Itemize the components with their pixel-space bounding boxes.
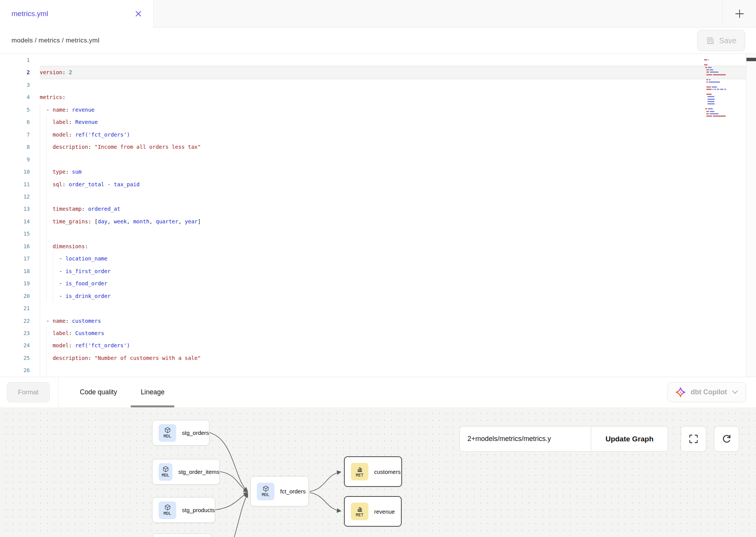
tab-code-quality[interactable]: Code quality — [80, 377, 117, 407]
scrollbar-thumb[interactable] — [746, 58, 756, 61]
code-line-14[interactable]: 14time_grains: [day, week, month, quarte… — [0, 215, 756, 228]
new-tab-button[interactable] — [722, 0, 756, 27]
node-type-label: MDL — [262, 492, 269, 497]
token-p: : — [62, 94, 65, 100]
line-content: - name: customers — [40, 315, 756, 327]
line-number: 18 — [0, 265, 40, 277]
indent-guide — [46, 203, 53, 215]
minimap-row — [704, 116, 726, 117]
lineage-node-customers[interactable]: METcustomers — [344, 456, 402, 487]
minimap-row — [704, 64, 726, 65]
line-number: 24 — [0, 339, 40, 351]
indent-guide — [40, 129, 46, 141]
code-line-20[interactable]: 20- is_drink_order — [0, 290, 756, 302]
line-content — [40, 54, 756, 66]
minimap-row — [704, 118, 726, 119]
code-line-25[interactable]: 25description: "Number of customers with… — [0, 352, 756, 364]
code-line-2[interactable]: 2version: 2 — [0, 66, 756, 78]
indent-guide — [40, 352, 46, 364]
token-k: version — [40, 69, 62, 75]
minimap-segment — [706, 79, 708, 80]
minimap-row — [704, 111, 726, 112]
format-button[interactable]: Format — [7, 382, 50, 402]
code-line-12[interactable]: 12 — [0, 190, 756, 203]
code-line-24[interactable]: 24model: ref('fct_orders') — [0, 339, 756, 351]
code-line-26[interactable]: 26 — [0, 364, 756, 376]
node-label: stg_products — [182, 507, 215, 513]
token-p: : — [85, 243, 88, 249]
token-v: ref('fct_orders') — [75, 132, 130, 138]
token-p: : — [65, 107, 72, 113]
code-line-18[interactable]: 18- is_first_order — [0, 265, 756, 277]
indent-guide — [40, 228, 46, 240]
token-k: timestamp — [53, 206, 82, 212]
code-line-21[interactable]: 21 — [0, 302, 756, 314]
update-graph-button[interactable]: Update Graph — [591, 426, 668, 451]
code-line-13[interactable]: 13timestamp: ordered_at — [0, 203, 756, 215]
code-editor[interactable]: 12version: 234metrics:5- name: revenue6l… — [0, 54, 756, 377]
indent-guide — [53, 265, 59, 277]
minimap-segment — [708, 67, 711, 68]
indent-guide — [40, 252, 46, 265]
lineage-node-partial[interactable] — [152, 534, 212, 537]
lineage-canvas[interactable]: MDLstg_ordersMDLstg_order_itemsMDLstg_pr… — [0, 407, 756, 537]
token-p: : — [65, 169, 72, 175]
code-line-3[interactable]: 3 — [0, 79, 756, 91]
code-line-5[interactable]: 5- name: revenue — [0, 104, 756, 116]
node-type-badge: MET — [351, 503, 368, 520]
lineage-node-stg_orders[interactable]: MDLstg_orders — [152, 420, 209, 446]
minimap-row — [704, 69, 726, 70]
dbt-copilot-label: dbt Copilot — [691, 388, 727, 396]
minimap-row — [704, 86, 726, 88]
token-k: type — [53, 169, 66, 175]
minimap-segment — [710, 113, 719, 114]
tab-metrics-yml[interactable]: metrics.yml — [0, 0, 154, 28]
code-line-15[interactable]: 15 — [0, 228, 756, 240]
code-line-19[interactable]: 19- is_food_order — [0, 277, 756, 290]
refresh-button[interactable] — [714, 426, 739, 452]
node-label: stg_order_items — [178, 469, 219, 475]
token-v: Customers — [75, 330, 104, 336]
line-number: 22 — [0, 315, 40, 327]
lineage-node-fct_orders[interactable]: MDLfct_orders — [250, 476, 309, 506]
minimap-segment — [724, 89, 726, 90]
tab-lineage[interactable]: Lineage — [141, 377, 164, 407]
node-type-label: MET — [356, 513, 363, 517]
code-line-8[interactable]: 8description: "Income from all orders le… — [0, 141, 756, 153]
lineage-node-stg_products[interactable]: MDLstg_products — [152, 497, 215, 523]
dbt-copilot-button[interactable]: dbt Copilot — [667, 382, 746, 402]
code-line-9[interactable]: 9 — [0, 153, 756, 166]
token-k: metrics — [40, 94, 62, 100]
code-line-10[interactable]: 10type: sum — [0, 166, 756, 178]
indent-guide — [40, 302, 46, 314]
token-k: model — [53, 342, 69, 348]
editor-minimap[interactable] — [704, 57, 726, 120]
minimap-segment — [706, 74, 712, 75]
panel-toolbar: Format Code quality Lineage dbt Copilot — [0, 377, 756, 407]
lineage-edge — [234, 494, 248, 537]
code-line-11[interactable]: 11sql: order_total - tax_paid — [0, 178, 756, 190]
indent-guide — [46, 178, 53, 190]
lineage-node-revenue[interactable]: METrevenue — [344, 496, 402, 527]
fullscreen-button[interactable] — [681, 426, 706, 452]
code-line-17[interactable]: 17- location_name — [0, 252, 756, 265]
breadcrumb[interactable]: models / metrics / metrics.yml — [11, 37, 99, 44]
code-line-6[interactable]: 6label: Revenue — [0, 116, 756, 128]
code-line-4[interactable]: 4metrics: — [0, 91, 756, 103]
minimap-segment — [707, 96, 714, 97]
code-line-23[interactable]: 23label: Customers — [0, 327, 756, 339]
close-icon[interactable] — [133, 9, 143, 19]
token-p: : — [69, 119, 75, 125]
graph-selector-input[interactable] — [460, 426, 591, 451]
lineage-node-stg_order_items[interactable]: MDLstg_order_items — [152, 459, 220, 485]
line-number: 26 — [0, 364, 40, 376]
minimap-segment — [707, 99, 715, 100]
editor-scrollbar[interactable] — [746, 54, 756, 377]
code-line-16[interactable]: 16dimensions: — [0, 240, 756, 252]
code-line-7[interactable]: 7model: ref('fct_orders') — [0, 129, 756, 141]
code-line-22[interactable]: 22- name: customers — [0, 315, 756, 327]
code-line-1[interactable]: 1 — [0, 54, 756, 66]
save-button[interactable]: Save — [697, 30, 745, 51]
indent-guide — [40, 104, 46, 116]
minimap-row — [704, 59, 726, 60]
